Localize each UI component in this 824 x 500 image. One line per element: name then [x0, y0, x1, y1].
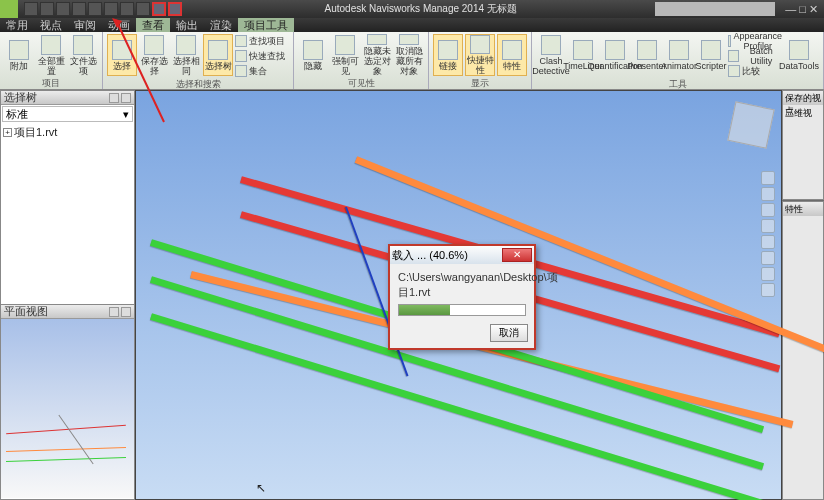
compare-button[interactable]: 比较	[728, 64, 782, 78]
animator-button[interactable]: Animator	[664, 34, 694, 76]
hide-button[interactable]: 隐藏	[298, 34, 328, 76]
qat-undo-icon[interactable]	[104, 2, 118, 16]
properties-title: 特性	[783, 202, 823, 216]
panel-pin-icon[interactable]	[109, 307, 119, 317]
qat-new-icon[interactable]	[24, 2, 38, 16]
tab-review[interactable]: 审阅	[68, 18, 102, 32]
properties-panel[interactable]: 特性	[782, 201, 824, 500]
props-icon	[502, 40, 522, 60]
plan-view-canvas[interactable]	[1, 319, 134, 498]
panel-close-icon[interactable]	[121, 307, 131, 317]
quick-find-button[interactable]: 快速查找	[235, 49, 289, 63]
selection-tree-header[interactable]: 选择树	[1, 91, 134, 105]
hide-unsel-icon	[367, 34, 387, 45]
selection-tree-title: 选择树	[4, 90, 37, 105]
quick-props-icon	[470, 35, 490, 54]
quantification-button[interactable]: Quantification	[600, 34, 630, 76]
ribbon-group-project: 附加 全部重置 文件选项 项目	[0, 32, 103, 89]
find-icon	[235, 35, 247, 47]
tab-viewpoint[interactable]: 视点	[34, 18, 68, 32]
close-icon[interactable]: ✕	[809, 3, 818, 16]
plan-line	[6, 457, 126, 462]
tree-root-item[interactable]: + 项目1.rvt	[3, 125, 132, 140]
plan-view-header[interactable]: 平面视图	[1, 305, 134, 319]
find-items-button[interactable]: 查找项目	[235, 34, 289, 48]
appearance-icon	[728, 35, 731, 47]
nav-zoom-icon[interactable]	[761, 203, 775, 217]
nav-orbit-icon[interactable]	[761, 219, 775, 233]
minimize-icon[interactable]: —	[785, 3, 796, 16]
clash-detective-button[interactable]: Clash Detective	[536, 34, 566, 76]
presenter-icon	[637, 40, 657, 60]
expand-icon[interactable]: +	[3, 128, 12, 137]
qat-open-icon[interactable]	[40, 2, 54, 16]
select-icon	[112, 40, 132, 60]
dialog-title: 载入 ... (40.6%)	[392, 248, 468, 263]
file-options-icon	[73, 35, 93, 55]
qat-select-icon[interactable]	[136, 2, 150, 16]
qat-highlighted-2-icon[interactable]	[168, 2, 182, 16]
nav-walk-icon[interactable]	[761, 251, 775, 265]
window-title: Autodesk Navisworks Manage 2014 无标题	[186, 2, 655, 16]
select-button[interactable]: 选择	[107, 34, 137, 76]
help-search-input[interactable]	[655, 2, 775, 16]
quick-props-button[interactable]: 快捷特性	[465, 34, 495, 76]
quick-access-toolbar	[20, 2, 186, 16]
title-bar: Autodesk Navisworks Manage 2014 无标题 — □ …	[0, 0, 824, 18]
tab-animation[interactable]: 动画	[102, 18, 136, 32]
tab-view[interactable]: 查看	[136, 18, 170, 32]
nav-wheel-icon[interactable]	[761, 171, 775, 185]
quick-find-icon	[235, 50, 247, 62]
hide-unselected-button[interactable]: 隐藏未选定对象	[362, 34, 392, 76]
sets-button[interactable]: 集合	[235, 64, 289, 78]
dialog-titlebar[interactable]: 载入 ... (40.6%) ✕	[390, 246, 534, 264]
qat-highlighted-1-icon[interactable]	[152, 2, 166, 16]
properties-button[interactable]: 特性	[497, 34, 527, 76]
nav-look-icon[interactable]	[761, 235, 775, 249]
group-label-visibility: 可见性	[298, 77, 424, 87]
batch-utility-button[interactable]: Batch Utility	[728, 49, 782, 63]
nav-select-icon[interactable]	[761, 283, 775, 297]
nav-fly-icon[interactable]	[761, 267, 775, 281]
saved-view-item[interactable]: 三维视	[783, 105, 823, 122]
compare-icon	[728, 65, 740, 77]
clash-icon	[541, 35, 561, 55]
tab-render[interactable]: 渲染	[204, 18, 238, 32]
tree-mode-combo[interactable]: 标准 ▾	[2, 106, 133, 122]
file-options-button[interactable]: 文件选项	[68, 34, 98, 76]
qat-print-icon[interactable]	[72, 2, 86, 16]
qat-refresh-icon[interactable]	[88, 2, 102, 16]
saved-viewpoints-panel[interactable]: 保存的视点 三维视	[782, 90, 824, 200]
tab-output[interactable]: 输出	[170, 18, 204, 32]
maximize-icon[interactable]: □	[799, 3, 806, 16]
datatools-button[interactable]: DataTools	[784, 34, 814, 76]
require-button[interactable]: 强制可见	[330, 34, 360, 76]
save-selection-button[interactable]: 保存选择	[139, 34, 169, 76]
tree-icon	[208, 40, 228, 60]
nav-pan-icon[interactable]	[761, 187, 775, 201]
selection-tree-button[interactable]: 选择树	[203, 34, 233, 76]
panel-pin-icon[interactable]	[109, 93, 119, 103]
unhide-all-button[interactable]: 取消隐藏所有对象	[394, 34, 424, 76]
links-button[interactable]: 链接	[433, 34, 463, 76]
dialog-close-button[interactable]: ✕	[502, 248, 532, 262]
tab-item-tools[interactable]: 项目工具	[238, 18, 294, 32]
reset-all-button[interactable]: 全部重置	[36, 34, 66, 76]
viewcube[interactable]	[727, 101, 774, 148]
select-same-button[interactable]: 选择相同	[171, 34, 201, 76]
append-button[interactable]: 附加	[4, 34, 34, 76]
group-label-project: 项目	[4, 77, 98, 87]
selection-tree-body[interactable]: + 项目1.rvt	[1, 123, 134, 304]
save-sel-icon	[144, 35, 164, 55]
qat-save-icon[interactable]	[56, 2, 70, 16]
scripter-icon	[701, 40, 721, 60]
panel-close-icon[interactable]	[121, 93, 131, 103]
scripter-button[interactable]: Scripter	[696, 34, 726, 76]
plan-view-panel: 平面视图	[1, 304, 134, 499]
presenter-button[interactable]: Presenter	[632, 34, 662, 76]
right-dock: 保存的视点 三维视 特性	[782, 90, 824, 500]
tab-home[interactable]: 常用	[0, 18, 34, 32]
cancel-button[interactable]: 取消	[490, 324, 528, 342]
qat-redo-icon[interactable]	[120, 2, 134, 16]
cursor-icon: ↖	[256, 481, 266, 495]
